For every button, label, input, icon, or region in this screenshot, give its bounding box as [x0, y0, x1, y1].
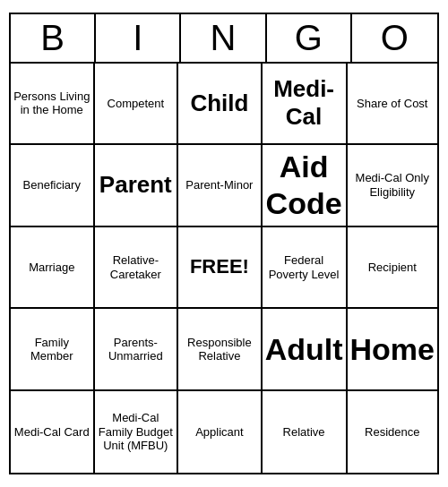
bingo-cell: Relative-Caretaker [95, 227, 179, 310]
bingo-cell: Residence [348, 391, 437, 474]
bingo-cell: Share of Cost [348, 64, 437, 146]
bingo-grid: Persons Living in the HomeCompetentChild… [11, 64, 437, 474]
bingo-cell: Competent [95, 64, 179, 146]
header-letter: G [267, 14, 352, 62]
bingo-cell: Home [348, 309, 437, 391]
bingo-cell: Federal Poverty Level [263, 227, 348, 310]
header-letter: B [11, 14, 96, 62]
bingo-cell: Aid Code [263, 145, 348, 227]
bingo-cell: Medi-Cal Card [11, 391, 95, 474]
bingo-cell: Adult [263, 309, 348, 391]
bingo-cell: Medi-Cal [263, 64, 348, 146]
bingo-cell: FREE! [178, 227, 263, 310]
bingo-cell: Applicant [178, 391, 263, 474]
bingo-cell: Medi-Cal Family Budget Unit (MFBU) [95, 391, 179, 474]
bingo-cell: Family Member [11, 309, 95, 391]
bingo-card: BINGO Persons Living in the HomeCompeten… [9, 13, 439, 475]
bingo-header: BINGO [11, 14, 437, 64]
bingo-cell: Parent-Minor [178, 145, 263, 227]
header-letter: I [96, 14, 181, 62]
header-letter: O [352, 14, 437, 62]
header-letter: N [181, 14, 266, 62]
bingo-cell: Parent [95, 145, 179, 227]
bingo-cell: Medi-Cal Only Eligibility [348, 145, 437, 227]
bingo-cell: Recipient [348, 227, 437, 310]
bingo-cell: Parents-Unmarried [95, 309, 179, 391]
bingo-cell: Beneficiary [11, 145, 95, 227]
bingo-cell: Persons Living in the Home [11, 64, 95, 146]
bingo-cell: Relative [263, 391, 348, 474]
bingo-cell: Marriage [11, 227, 95, 310]
bingo-cell: Child [178, 64, 263, 146]
bingo-cell: Responsible Relative [178, 309, 263, 391]
